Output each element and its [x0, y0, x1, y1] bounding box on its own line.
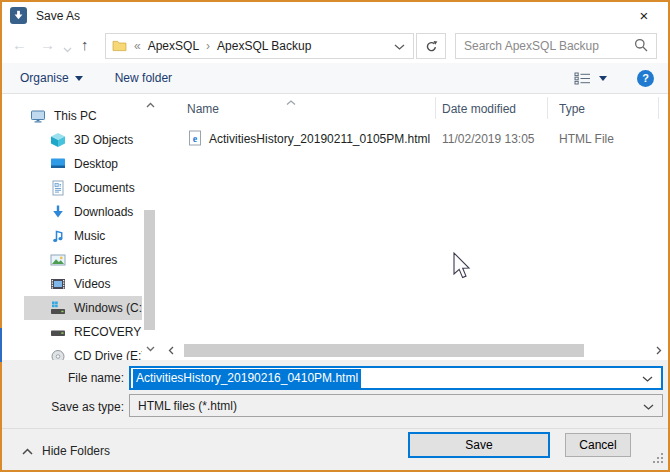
file-name-dropdown-icon[interactable]	[642, 371, 653, 385]
column-divider[interactable]	[658, 97, 659, 119]
close-button[interactable]: ×	[632, 4, 656, 26]
file-type-cell: HTML File	[559, 132, 614, 146]
svg-text:e: e	[193, 133, 198, 144]
file-row[interactable]: e ActivitiesHistory_20190211_0105PM.html…	[158, 126, 654, 150]
new-folder-label: New folder	[115, 71, 172, 85]
resize-grip-icon[interactable]	[653, 453, 664, 467]
sidebar-item-pictures[interactable]: Pictures	[24, 248, 142, 272]
sidebar-item-music[interactable]: Music	[24, 224, 142, 248]
sidebar-item-this-pc[interactable]: This PC	[24, 104, 142, 128]
breadcrumb-separator: ›	[206, 39, 210, 53]
address-dropdown-icon[interactable]	[394, 39, 405, 53]
forward-button[interactable]: →	[40, 35, 55, 55]
breadcrumb-apexsql-backup[interactable]: ApexSQL Backup	[217, 39, 311, 53]
search-icon[interactable]	[634, 38, 648, 55]
sidebar-scrollbar-thumb[interactable]	[144, 210, 155, 330]
breadcrumb-overflow[interactable]: «	[134, 39, 141, 53]
windows-drive-icon	[50, 300, 66, 316]
file-name-label: File name:	[2, 371, 124, 385]
sidebar-item-label: 3D Objects	[74, 133, 133, 147]
column-header-name[interactable]: Name	[187, 102, 219, 116]
back-button[interactable]: ←	[12, 35, 27, 55]
refresh-icon	[425, 40, 438, 53]
column-header-date-modified[interactable]: Date modified	[442, 102, 516, 116]
scroll-left-icon[interactable]	[164, 343, 178, 358]
sidebar-item-label: Windows (C:)	[74, 301, 142, 315]
downloads-icon	[50, 204, 66, 220]
view-details-icon[interactable]	[574, 72, 591, 85]
dialog-footer: Hide Folders Save Cancel	[2, 428, 668, 470]
sidebar-items: This PC 3D Objects Desktop Documents Dow…	[2, 104, 142, 360]
drive-icon	[50, 324, 66, 340]
file-fields-section: File name: ActivitiesHistory_20190216_04…	[2, 360, 668, 428]
file-name-selected-text: ActivitiesHistory_20190216_0410PM.html	[133, 369, 361, 388]
sidebar-item-recovery-d[interactable]: RECOVERY (D:)	[24, 320, 142, 344]
chevron-up-icon	[22, 448, 33, 455]
refresh-button[interactable]	[416, 33, 446, 59]
navigation-pane: This PC 3D Objects Desktop Documents Dow…	[2, 94, 142, 360]
address-bar[interactable]: « ApexSQL › ApexSQL Backup	[105, 33, 414, 59]
file-name-cell: ActivitiesHistory_20190211_0105PM.html	[209, 132, 430, 146]
scroll-down-icon[interactable]	[142, 342, 158, 356]
this-pc-icon	[30, 108, 46, 124]
3d-objects-icon	[50, 132, 66, 148]
videos-icon	[50, 276, 66, 292]
sidebar-item-documents[interactable]: Documents	[24, 176, 142, 200]
window-title: Save As	[36, 9, 80, 23]
sidebar-item-label: Documents	[74, 181, 135, 195]
music-icon	[50, 228, 66, 244]
search-placeholder: Search ApexSQL Backup	[464, 39, 599, 53]
download-arrow-icon	[13, 10, 24, 21]
new-folder-button[interactable]: New folder	[115, 71, 172, 85]
sidebar-item-videos[interactable]: Videos	[24, 272, 142, 296]
organise-button[interactable]: Organise	[20, 71, 83, 85]
file-name-input[interactable]: ActivitiesHistory_20190216_0410PM.html	[129, 366, 663, 390]
desktop-icon	[50, 156, 66, 172]
save-as-type-dropdown-icon[interactable]	[643, 399, 654, 413]
save-button[interactable]: Save	[408, 432, 550, 458]
scroll-up-icon[interactable]	[142, 98, 158, 112]
view-dropdown-icon[interactable]	[599, 76, 607, 81]
background-window-fragment	[0, 328, 2, 362]
save-as-type-value: HTML files (*.html)	[138, 399, 237, 413]
search-input[interactable]: Search ApexSQL Backup	[455, 33, 657, 59]
sidebar-item-windows-c[interactable]: Windows (C:)	[24, 296, 142, 320]
organise-dropdown-icon	[75, 76, 83, 81]
sidebar-item-label: RECOVERY (D:)	[74, 325, 142, 339]
save-as-type-label: Save as type:	[2, 400, 124, 414]
html-file-icon: e	[187, 130, 203, 149]
history-dropdown-icon[interactable]	[63, 42, 72, 56]
sidebar-item-label: Pictures	[74, 253, 117, 267]
hide-folders-label: Hide Folders	[42, 444, 110, 458]
column-divider[interactable]	[435, 97, 436, 119]
sidebar-item-cd-drive-e[interactable]: CD Drive (E:) BH	[24, 344, 142, 360]
save-as-type-select[interactable]: HTML files (*.html)	[129, 394, 663, 417]
help-button[interactable]: ?	[637, 70, 654, 87]
column-divider[interactable]	[547, 97, 548, 119]
folder-icon	[112, 40, 127, 52]
pictures-icon	[50, 252, 66, 268]
documents-icon	[50, 180, 66, 196]
command-toolbar: Organise New folder ?	[2, 63, 668, 94]
navigation-bar: ← → ↑ « ApexSQL › ApexSQL Backup Search	[2, 29, 668, 63]
sidebar-scrollbar[interactable]	[142, 98, 158, 356]
file-date-cell: 11/02/2019 13:05	[442, 132, 535, 146]
horizontal-scrollbar[interactable]	[164, 343, 666, 358]
title-bar: Save As ×	[2, 2, 668, 29]
sidebar-item-downloads[interactable]: Downloads	[24, 200, 142, 224]
sidebar-item-desktop[interactable]: Desktop	[24, 152, 142, 176]
scroll-right-icon[interactable]	[652, 343, 666, 358]
toolbar-right-group: ?	[574, 70, 668, 87]
up-button[interactable]: ↑	[81, 35, 89, 55]
column-header-type[interactable]: Type	[559, 102, 585, 116]
sidebar-item-label: Desktop	[74, 157, 118, 171]
breadcrumb-apexsql[interactable]: ApexSQL	[148, 39, 199, 53]
sidebar-item-label: This PC	[54, 109, 97, 123]
sidebar-item-3d-objects[interactable]: 3D Objects	[24, 128, 142, 152]
cancel-button[interactable]: Cancel	[565, 433, 631, 457]
sidebar-item-label: CD Drive (E:) BH	[74, 349, 142, 360]
sidebar-item-label: Downloads	[74, 205, 133, 219]
horizontal-scrollbar-thumb[interactable]	[184, 344, 584, 357]
sidebar-item-label: Music	[74, 229, 105, 243]
hide-folders-button[interactable]: Hide Folders	[22, 439, 110, 463]
